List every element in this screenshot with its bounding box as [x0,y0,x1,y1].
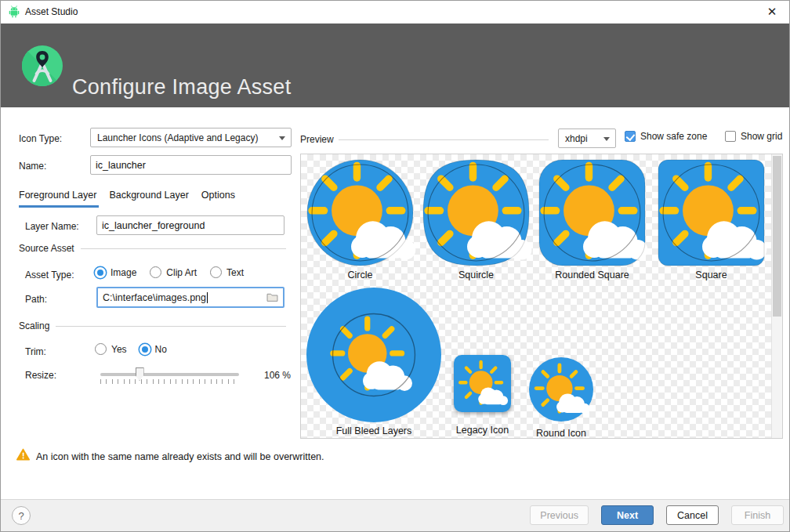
resize-slider-track[interactable] [100,373,239,376]
help-button[interactable]: ? [12,506,31,525]
previous-button[interactable]: Previous [530,505,589,525]
trim-yes-label: Yes [111,344,127,355]
image-radio-label: Image [111,267,136,278]
next-button[interactable]: Next [601,505,654,525]
name-input[interactable] [90,155,292,175]
android-icon [8,5,20,18]
show-safe-zone-label: Show safe zone [640,131,707,142]
launcher-icon-full-bleed [306,288,441,422]
preview-item-legacy: Legacy Icon [454,355,511,412]
preview-scrollbar-thumb[interactable] [773,156,781,317]
scaling-section-header: Scaling [19,320,286,331]
divider [81,248,286,249]
show-grid-label: Show grid [741,131,782,142]
show-grid-checkbox[interactable] [725,131,736,142]
preview-item-rounded-square: Rounded Square [539,160,645,266]
preview-panel: Circle Squircle Rounded Square Square Fu… [300,154,783,439]
preview-item-square: Square [658,160,764,266]
trim-no-label: No [155,344,167,355]
radio-option-no[interactable]: No [140,344,167,355]
preview-scrollbar[interactable] [771,154,782,438]
preview-item-squircle: Squircle [423,160,529,266]
clip-art-radio[interactable] [150,266,161,278]
asset-type-radio-group: Image Clip Art Text [95,266,244,278]
name-label: Name: [19,161,46,172]
chevron-down-icon [279,136,285,140]
clip-art-radio-label: Clip Art [166,267,197,278]
preview-label: Preview [300,134,334,145]
browse-folder-icon[interactable] [266,292,278,304]
wizard-header: Configure Image Asset [0,24,790,107]
launcher-icon-square [658,160,764,266]
finish-button[interactable]: Finish [731,505,784,525]
resize-label: Resize: [25,370,56,381]
warning-icon [16,448,30,461]
source-asset-section-header: Source Asset [19,243,286,254]
launcher-icon-circle [307,160,413,266]
preview-item-circle: Circle [307,160,413,266]
tab-options[interactable]: Options [201,190,235,208]
show-grid-option[interactable]: Show grid [725,131,782,142]
layer-name-label: Layer Name: [25,221,79,232]
resize-value: 106 % [264,370,291,381]
path-input[interactable]: C:\interface\images.png [96,287,284,308]
trim-label: Trim: [25,346,46,357]
chevron-down-icon [603,137,610,141]
radio-option-image[interactable]: Image [95,267,136,278]
warning-text: An icon with the same name already exist… [36,451,324,462]
density-dropdown[interactable]: xhdpi [558,128,616,148]
asset-type-label: Asset Type: [25,270,74,280]
layer-name-input[interactable] [96,215,284,235]
image-radio[interactable] [95,267,106,278]
radio-option-clip-art[interactable]: Clip Art [150,266,197,278]
close-icon[interactable]: ✕ [759,2,785,21]
launcher-icon-round [529,357,593,422]
scaling-title: Scaling [19,320,49,331]
show-safe-zone-checkbox[interactable] [625,131,636,142]
page-title: Configure Image Asset [72,75,291,100]
source-asset-title: Source Asset [19,243,74,254]
trim-no-radio[interactable] [140,344,150,355]
icon-type-label: Icon Type: [19,133,62,144]
launcher-icon-rounded-square [539,160,645,266]
divider [56,326,286,327]
launcher-icon-squircle [423,160,529,266]
icon-type-dropdown[interactable]: Launcher Icons (Adaptive and Legacy) [90,128,292,147]
preview-item-label: Square [635,270,788,280]
text-caret [207,292,208,303]
trim-yes-radio[interactable] [95,343,107,355]
resize-slider-ticks [100,379,239,384]
text-radio-label: Text [226,267,244,278]
wizard-buttons: Previous Next Cancel Finish [530,505,784,525]
icon-type-value: Launcher Icons (Adaptive and Legacy) [97,132,258,143]
path-label: Path: [25,294,47,305]
resize-slider[interactable] [100,367,239,384]
window-title: Asset Studio [25,6,78,17]
path-value: C:\interface\images.png [103,292,206,303]
cancel-button[interactable]: Cancel [666,505,719,525]
layer-tabs: Foreground Layer Background Layer Option… [19,190,235,208]
tab-foreground-layer[interactable]: Foreground Layer [19,190,96,208]
radio-option-text[interactable]: Text [210,266,244,278]
launcher-icon-legacy [454,355,511,412]
preview-item-round: Round Icon [529,357,593,422]
divider [339,139,549,140]
text-radio[interactable] [210,266,222,278]
preview-item-full-bleed: Full Bleed Layers [306,288,441,422]
title-bar: Asset Studio ✕ [0,0,790,24]
android-studio-logo-icon [22,45,63,86]
density-value: xhdpi [565,133,588,144]
radio-option-yes[interactable]: Yes [95,343,127,355]
trim-radio-group: Yes No [95,343,167,355]
show-safe-zone-option[interactable]: Show safe zone [625,131,707,142]
tab-background-layer[interactable]: Background Layer [109,190,188,208]
preview-item-label: Round Icon [506,428,617,439]
